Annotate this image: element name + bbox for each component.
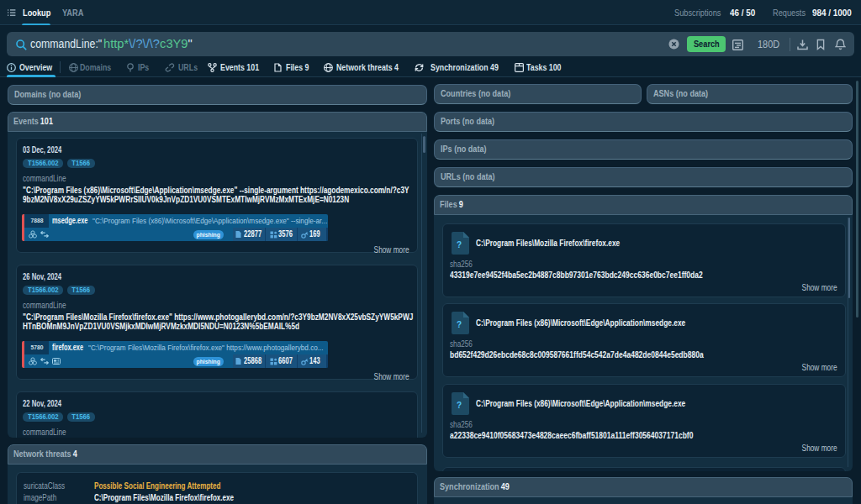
- svg-text:?: ?: [457, 240, 462, 249]
- svg-text:?: ?: [457, 320, 462, 329]
- svg-text:?: ?: [457, 401, 462, 410]
